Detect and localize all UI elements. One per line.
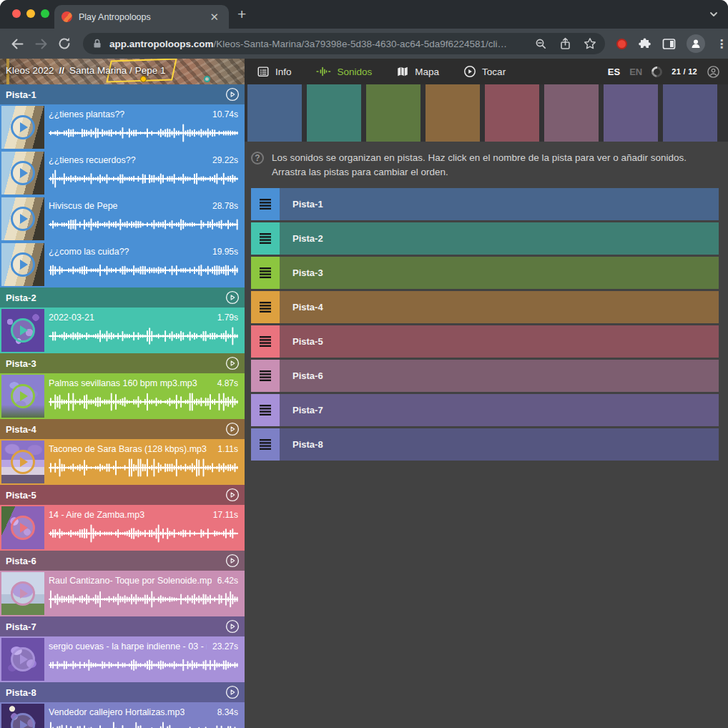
track-row-label[interactable]: Pista-7	[280, 394, 719, 426]
forward-button-icon[interactable]	[34, 36, 49, 51]
audio-clip[interactable]: 14 - Aire de Zamba.mp317.11s	[0, 505, 245, 551]
audio-clip[interactable]: Taconeo de Sara Baras (128 kbps).mp31.11…	[0, 439, 245, 485]
track-row-label[interactable]: Pista-5	[280, 325, 719, 358]
clip-play-overlay-icon[interactable]	[11, 161, 35, 185]
drag-handle-icon[interactable]	[251, 428, 280, 461]
drag-handle-icon[interactable]	[251, 222, 280, 255]
drag-handle-icon[interactable]	[251, 257, 280, 289]
drag-handle-icon[interactable]	[251, 291, 280, 323]
reload-button-icon[interactable]	[57, 36, 72, 51]
track-section-header[interactable]: Pista-2	[0, 287, 245, 308]
share-icon[interactable]	[559, 37, 571, 50]
track-row[interactable]: Pista-8	[251, 428, 719, 461]
record-indicator-icon[interactable]	[616, 39, 627, 49]
track-row-label[interactable]: Pista-1	[280, 188, 719, 220]
drag-handle-icon[interactable]	[251, 360, 280, 392]
audio-clip[interactable]: Palmas sevillanas 160 bpm mp3.mp34.87s	[0, 373, 245, 419]
zoom-out-icon[interactable]	[535, 38, 547, 50]
track-row[interactable]: Pista-2	[251, 222, 719, 255]
browser-menu-icon[interactable]: ⋮	[716, 37, 727, 51]
profile-avatar-icon[interactable]	[687, 34, 705, 53]
track-section-header[interactable]: Pista-5	[0, 485, 245, 505]
breadcrumb[interactable]: Kleos 2022//Santa Marina / Pepe 1	[0, 59, 245, 84]
track-section-header[interactable]: Pista-7	[0, 616, 245, 636]
clip-name: ¿¿tienes recuerdos??	[49, 155, 136, 165]
clip-play-overlay-icon[interactable]	[11, 713, 35, 728]
track-name[interactable]: Pista-6	[6, 556, 36, 566]
track-name[interactable]: Pista-2	[6, 292, 36, 303]
clip-play-overlay-icon[interactable]	[11, 647, 35, 672]
window-minimize-button[interactable]	[26, 9, 35, 18]
audio-clip[interactable]: Vendedor callejero Hortalizas.mp38.34s	[0, 702, 245, 728]
audio-clip[interactable]: Hiviscus de Pepe28.78s	[0, 196, 245, 242]
url-bar[interactable]: app.antropoloops.com/Kleos-Santa-Marina/…	[83, 33, 605, 54]
side-panel-icon[interactable]	[662, 38, 676, 50]
track-play-button[interactable]	[225, 685, 240, 699]
track-name[interactable]: Pista-5	[6, 490, 36, 501]
clip-play-overlay-icon[interactable]	[11, 318, 35, 343]
nav-tab-tocar[interactable]: Tocar	[463, 65, 506, 78]
track-play-button[interactable]	[225, 554, 240, 568]
nav-tab-mapa[interactable]: Mapa	[396, 65, 439, 78]
language-en-button[interactable]: EN	[629, 67, 642, 77]
track-row-label[interactable]: Pista-2	[280, 222, 719, 255]
track-play-button[interactable]	[225, 87, 240, 102]
account-icon[interactable]	[707, 65, 720, 79]
track-section-header[interactable]: Pista-6	[0, 551, 245, 571]
extensions-puzzle-icon[interactable]	[638, 37, 651, 51]
track-row[interactable]: Pista-7	[251, 394, 719, 426]
browser-tab[interactable]: Play Antropoloops ✕	[54, 5, 229, 29]
track-row-label[interactable]: Pista-4	[280, 291, 719, 323]
audio-clip[interactable]: ¿¿como las cuida??19.95s	[0, 242, 245, 287]
nav-tab-info[interactable]: Info	[257, 65, 292, 78]
audio-clip[interactable]: ¿¿tienes recuerdos??29.22s	[0, 150, 245, 196]
track-play-button[interactable]	[225, 488, 240, 502]
clip-play-overlay-icon[interactable]	[11, 252, 35, 277]
audio-clip[interactable]: ¿¿tienes plantas??10.74s	[0, 104, 245, 150]
track-row-label[interactable]: Pista-3	[280, 257, 719, 289]
track-row[interactable]: Pista-3	[251, 257, 719, 289]
track-play-button[interactable]	[225, 356, 240, 370]
tab-close-icon[interactable]: ✕	[207, 10, 222, 24]
track-list: Pista-1Pista-2Pista-3Pista-4Pista-5Pista…	[251, 188, 719, 461]
track-name[interactable]: Pista-3	[6, 358, 36, 369]
nav-tab-sonidos[interactable]: Sonidos	[316, 65, 373, 78]
track-row[interactable]: Pista-4	[251, 291, 719, 323]
new-tab-button[interactable]: +	[237, 6, 246, 23]
breadcrumb-project[interactable]: Kleos 2022	[6, 65, 54, 76]
clip-play-overlay-icon[interactable]	[11, 450, 35, 474]
track-section-header[interactable]: Pista-4	[0, 419, 245, 439]
track-section-header[interactable]: Pista-8	[0, 682, 245, 702]
track-section-header[interactable]: Pista-1	[0, 84, 245, 104]
track-name[interactable]: Pista-1	[6, 89, 36, 100]
track-row[interactable]: Pista-1	[251, 188, 719, 220]
clip-play-overlay-icon[interactable]	[11, 516, 35, 540]
track-row-label[interactable]: Pista-8	[280, 428, 719, 461]
clip-play-overlay-icon[interactable]	[11, 384, 35, 408]
track-play-button[interactable]	[225, 619, 240, 634]
bookmark-star-icon[interactable]	[584, 37, 596, 50]
drag-handle-icon[interactable]	[251, 394, 280, 426]
clip-play-overlay-icon[interactable]	[11, 207, 35, 231]
track-name[interactable]: Pista-4	[6, 424, 36, 435]
back-button-icon[interactable]	[10, 36, 25, 51]
track-name[interactable]: Pista-8	[6, 687, 36, 698]
clip-play-overlay-icon[interactable]	[11, 115, 35, 139]
language-es-button[interactable]: ES	[608, 67, 620, 77]
track-play-button[interactable]	[225, 290, 240, 305]
clip-play-overlay-icon[interactable]	[11, 581, 35, 606]
track-row[interactable]: Pista-6	[251, 360, 719, 392]
audio-clip[interactable]: sergio cuevas - la harpe indienne - 03 -…	[0, 636, 245, 682]
audio-clip[interactable]: 2022-03-211.79s	[0, 308, 245, 353]
track-section-header[interactable]: Pista-3	[0, 353, 245, 373]
window-zoom-button[interactable]	[41, 9, 49, 18]
drag-handle-icon[interactable]	[251, 188, 280, 220]
audio-clip[interactable]: Raul Cantizano- Toque por Solenoide.mp36…	[0, 571, 245, 616]
track-name[interactable]: Pista-7	[6, 621, 36, 632]
drag-handle-icon[interactable]	[251, 325, 280, 358]
tab-search-chevron-icon[interactable]	[709, 9, 719, 19]
track-row-label[interactable]: Pista-6	[280, 360, 719, 392]
window-close-button[interactable]	[12, 9, 21, 18]
track-play-button[interactable]	[225, 422, 240, 436]
track-row[interactable]: Pista-5	[251, 325, 719, 358]
